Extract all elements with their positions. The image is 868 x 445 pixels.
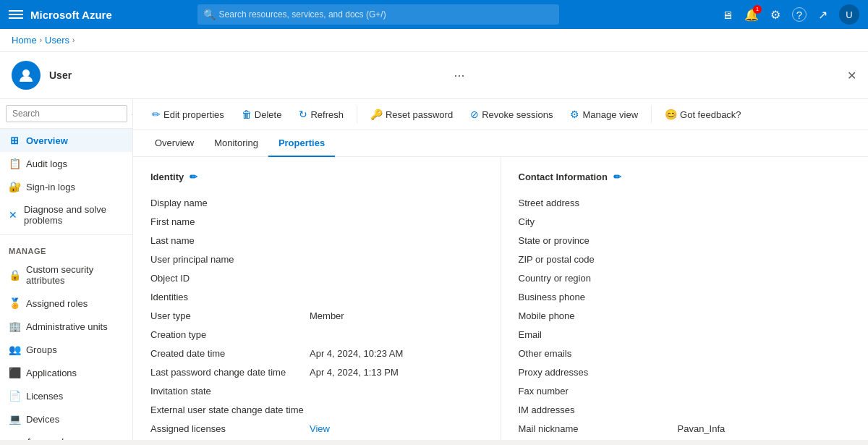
tab-monitoring[interactable]: Monitoring bbox=[204, 130, 268, 157]
prop-user-type: User type Member bbox=[150, 307, 483, 326]
manage-view-button[interactable]: ⚙ Manage view bbox=[563, 105, 645, 124]
tab-overview[interactable]: Overview bbox=[145, 130, 204, 157]
user-header-info: User bbox=[49, 69, 72, 81]
edit-properties-button[interactable]: ✏ Edit properties bbox=[145, 105, 231, 124]
user-display-name: User bbox=[49, 69, 72, 81]
more-options-button[interactable]: ··· bbox=[454, 68, 465, 83]
prop-other-emails: Other emails bbox=[519, 344, 851, 363]
properties-area: Identity ✏ Display name First name Last … bbox=[133, 157, 868, 440]
reset-password-label: Reset password bbox=[386, 109, 453, 120]
identity-edit-icon[interactable]: ✏ bbox=[190, 171, 197, 182]
got-feedback-label: Got feedback? bbox=[680, 109, 741, 120]
edit-properties-label: Edit properties bbox=[163, 109, 224, 120]
cloud-shell-icon[interactable]: 🖥 bbox=[722, 9, 733, 21]
identity-title: Identity bbox=[150, 171, 184, 182]
tab-properties[interactable]: Properties bbox=[268, 130, 335, 157]
sidebar-item-licenses[interactable]: 📄 Licenses bbox=[0, 384, 132, 407]
sidebar-item-azure-roles[interactable]: ⭐ Azure role assignments bbox=[0, 431, 132, 440]
prop-last-name: Last name bbox=[150, 232, 483, 250]
prop-label-object-id: Object ID bbox=[150, 273, 310, 284]
custom-security-icon: 🔒 bbox=[9, 269, 20, 281]
breadcrumb-users[interactable]: Users bbox=[45, 35, 69, 46]
prop-im-addresses: IM addresses bbox=[519, 401, 851, 420]
sidebar-label-diagnose: Diagnose and solve problems bbox=[24, 204, 124, 226]
sidebar-item-custom-security[interactable]: 🔒 Custom security attributes bbox=[0, 258, 132, 292]
notification-badge: 1 bbox=[753, 5, 762, 14]
revoke-sessions-button[interactable]: ⊘ Revoke sessions bbox=[463, 105, 560, 124]
sidebar-item-audit-logs[interactable]: 📋 Audit logs bbox=[0, 152, 132, 175]
sidebar-item-sign-in-logs[interactable]: 🔐 Sign-in logs bbox=[0, 175, 132, 198]
prop-city: City bbox=[519, 213, 851, 232]
prop-business-phone: Business phone bbox=[519, 288, 851, 307]
user-avatar[interactable]: U bbox=[839, 4, 859, 25]
left-column: Identity ✏ Display name First name Last … bbox=[133, 157, 501, 440]
prop-label-last-name: Last name bbox=[150, 235, 310, 246]
prop-label-business-phone: Business phone bbox=[519, 292, 678, 302]
prop-value-mail-nickname: Pavan_Infa bbox=[678, 423, 726, 434]
prop-zip: ZIP or postal code bbox=[519, 250, 851, 269]
contact-title: Contact Information bbox=[519, 171, 608, 182]
sidebar-search-input[interactable] bbox=[6, 105, 127, 122]
svg-point-0 bbox=[22, 69, 30, 77]
prop-label-im-addresses: IM addresses bbox=[519, 404, 678, 415]
refresh-label: Refresh bbox=[310, 109, 344, 120]
sidebar-label-audit-logs: Audit logs bbox=[26, 158, 67, 169]
close-button[interactable]: ✕ bbox=[847, 69, 856, 82]
breadcrumb-home[interactable]: Home bbox=[12, 35, 37, 46]
help-icon[interactable]: ? bbox=[792, 7, 807, 22]
prop-label-zip: ZIP or postal code bbox=[519, 254, 678, 265]
prop-value-assigned-licenses[interactable]: View bbox=[310, 423, 330, 434]
prop-created-datetime: Created date time Apr 4, 2024, 10:23 AM bbox=[150, 344, 483, 363]
delete-button[interactable]: 🗑 Delete bbox=[234, 105, 289, 124]
diagnose-icon: ✕ bbox=[9, 209, 18, 221]
breadcrumb: Home › Users › bbox=[0, 29, 868, 52]
sidebar-item-diagnose[interactable]: ✕ Diagnose and solve problems bbox=[0, 198, 132, 232]
audit-logs-icon: 📋 bbox=[9, 158, 20, 169]
prop-label-street: Street address bbox=[519, 198, 678, 208]
sidebar-item-devices[interactable]: 💻 Devices bbox=[0, 407, 132, 431]
sidebar-item-assigned-roles[interactable]: 🏅 Assigned roles bbox=[0, 292, 132, 315]
sidebar-label-azure-roles: Azure role assignments bbox=[26, 436, 124, 440]
prop-label-upn: User principal name bbox=[150, 254, 310, 265]
applications-icon: ⬛ bbox=[9, 367, 20, 378]
notifications-icon[interactable]: 🔔 1 bbox=[744, 8, 759, 22]
reset-password-button[interactable]: 🔑 Reset password bbox=[363, 105, 460, 124]
sidebar-label-devices: Devices bbox=[26, 414, 59, 425]
revoke-sessions-icon: ⊘ bbox=[470, 109, 479, 120]
topbar: Microsoft Azure 🔍 🖥 🔔 1 ⚙ ? ↗ U bbox=[0, 0, 868, 29]
prop-first-name: First name bbox=[150, 213, 483, 232]
prop-value-last-pw-change: Apr 4, 2024, 1:13 PM bbox=[310, 367, 399, 378]
prop-label-mail-nickname: Mail nickname bbox=[519, 423, 678, 434]
sidebar-item-groups[interactable]: 👥 Groups bbox=[0, 338, 132, 361]
search-icon: 🔍 bbox=[203, 9, 216, 20]
breadcrumb-sep-1: › bbox=[40, 36, 42, 44]
prop-label-first-name: First name bbox=[150, 216, 310, 227]
refresh-icon: ↻ bbox=[299, 109, 307, 120]
delete-icon: 🗑 bbox=[242, 109, 252, 120]
admin-units-icon: 🏢 bbox=[9, 321, 20, 332]
prop-value-user-type: Member bbox=[310, 310, 344, 321]
prop-mobile-phone: Mobile phone bbox=[519, 307, 851, 326]
sidebar-label-custom-security: Custom security attributes bbox=[26, 264, 124, 286]
devices-icon: 💻 bbox=[9, 413, 20, 425]
contact-edit-icon[interactable]: ✏ bbox=[613, 171, 621, 182]
content-area: ✏ Edit properties 🗑 Delete ↻ Refresh 🔑 R… bbox=[133, 99, 868, 440]
licenses-icon: 📄 bbox=[9, 390, 20, 402]
prop-street: Street address bbox=[519, 194, 851, 213]
sidebar-item-overview[interactable]: ⊞ Overview bbox=[0, 129, 132, 152]
got-feedback-button[interactable]: 😊 Got feedback? bbox=[658, 105, 749, 124]
prop-object-id: Object ID bbox=[150, 269, 483, 288]
feedback-icon-btn: 😊 bbox=[665, 109, 677, 120]
manage-view-label: Manage view bbox=[582, 109, 638, 120]
sidebar-item-applications[interactable]: ⬛ Applications bbox=[0, 361, 132, 384]
sidebar-item-admin-units[interactable]: 🏢 Administrative units bbox=[0, 315, 132, 338]
search-input[interactable] bbox=[197, 4, 559, 25]
right-column: Contact Information ✏ Street address Cit… bbox=[501, 157, 869, 440]
settings-icon[interactable]: ⚙ bbox=[770, 8, 780, 22]
feedback-icon[interactable]: ↗ bbox=[818, 8, 827, 22]
hamburger-menu[interactable] bbox=[9, 10, 23, 19]
prop-label-mobile-phone: Mobile phone bbox=[519, 310, 678, 321]
contact-section-header: Contact Information ✏ bbox=[519, 171, 851, 182]
prop-label-country: Country or region bbox=[519, 273, 678, 284]
refresh-button[interactable]: ↻ Refresh bbox=[292, 105, 351, 124]
